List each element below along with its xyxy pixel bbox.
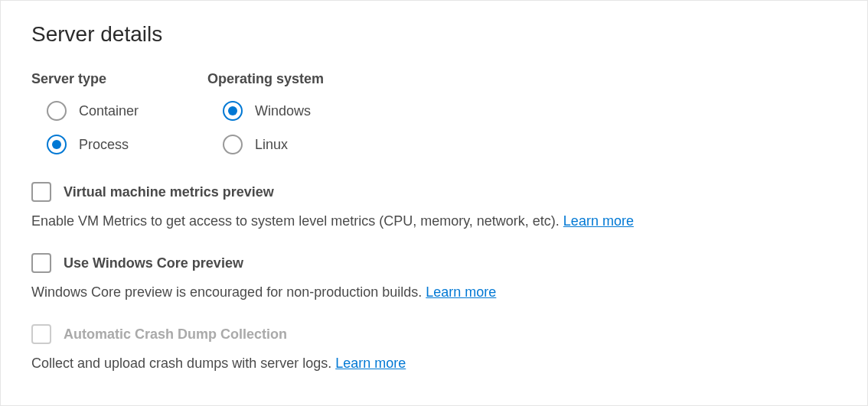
operating-system-radio-group: Windows Linux — [207, 101, 324, 154]
crash-dump-label: Automatic Crash Dump Collection — [64, 326, 287, 343]
windows-core-checkbox[interactable] — [31, 253, 51, 273]
radio-label: Process — [79, 137, 129, 153]
vm-metrics-description: Enable VM Metrics to get access to syste… — [31, 211, 837, 232]
radio-circle-icon — [223, 135, 243, 154]
section-title: Server details — [31, 22, 837, 47]
windows-core-row: Use Windows Core preview — [31, 253, 837, 273]
radio-label: Windows — [255, 103, 311, 119]
server-type-column: Server type Container Process — [31, 71, 139, 154]
vm-metrics-row: Virtual machine metrics preview — [31, 182, 837, 202]
crash-dump-row: Automatic Crash Dump Collection — [31, 324, 837, 344]
vm-metrics-label: Virtual machine metrics preview — [64, 184, 274, 200]
crash-dump-learn-more-link[interactable]: Learn more — [335, 356, 406, 371]
operating-system-label: Operating system — [207, 71, 324, 87]
operating-system-column: Operating system Windows Linux — [207, 71, 324, 154]
windows-core-section: Use Windows Core preview Windows Core pr… — [31, 253, 837, 303]
radio-label: Container — [79, 103, 139, 119]
vm-metrics-learn-more-link[interactable]: Learn more — [563, 213, 634, 229]
server-type-radio-group: Container Process — [31, 101, 139, 154]
radio-os-windows[interactable]: Windows — [223, 101, 324, 121]
radio-columns: Server type Container Process Operating … — [31, 71, 837, 154]
radio-circle-icon — [47, 135, 67, 154]
radio-circle-icon — [47, 101, 67, 121]
vm-metrics-section: Virtual machine metrics preview Enable V… — [31, 182, 837, 232]
crash-dump-section: Automatic Crash Dump Collection Collect … — [31, 324, 837, 374]
crash-dump-description-text: Collect and upload crash dumps with serv… — [31, 356, 335, 371]
crash-dump-checkbox — [31, 324, 51, 344]
radio-circle-icon — [223, 101, 243, 121]
radio-server-type-process[interactable]: Process — [47, 135, 139, 154]
radio-label: Linux — [255, 137, 288, 153]
windows-core-description-text: Windows Core preview is encouraged for n… — [31, 284, 426, 300]
server-type-label: Server type — [31, 71, 139, 87]
radio-server-type-container[interactable]: Container — [47, 101, 139, 121]
vm-metrics-checkbox[interactable] — [31, 182, 51, 202]
windows-core-label: Use Windows Core preview — [64, 255, 243, 271]
windows-core-description: Windows Core preview is encouraged for n… — [31, 282, 837, 303]
vm-metrics-description-text: Enable VM Metrics to get access to syste… — [31, 213, 563, 229]
crash-dump-description: Collect and upload crash dumps with serv… — [31, 353, 837, 374]
windows-core-learn-more-link[interactable]: Learn more — [426, 284, 496, 300]
radio-os-linux[interactable]: Linux — [223, 135, 324, 154]
server-details-panel: Server details Server type Container Pro… — [0, 0, 868, 406]
